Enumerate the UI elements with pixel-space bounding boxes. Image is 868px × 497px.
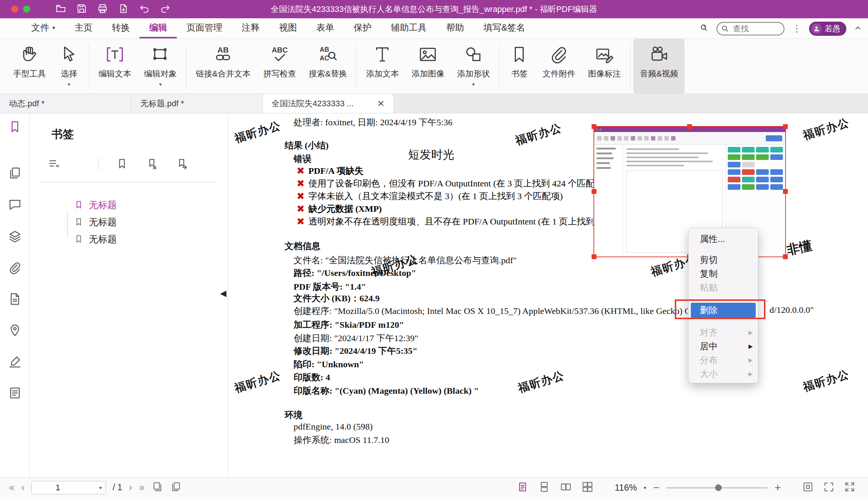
context-menu-item-center[interactable]: 居中▶ xyxy=(689,339,758,353)
locate-bookmark-icon[interactable] xyxy=(175,157,188,170)
zoom-out-icon[interactable]: − xyxy=(653,481,660,494)
zoom-window-button[interactable] xyxy=(23,6,30,13)
menu-home[interactable]: 主页 xyxy=(65,18,102,38)
facing-continuous-view-icon[interactable] xyxy=(582,481,593,494)
menu-view[interactable]: 视图 xyxy=(269,18,307,38)
undo-icon[interactable] xyxy=(139,3,150,16)
destinations-panel-icon[interactable] xyxy=(7,323,22,338)
bookmarks-panel-icon[interactable] xyxy=(7,119,22,134)
menu-form[interactable]: 表单 xyxy=(307,18,344,38)
zoom-level[interactable]: 116% xyxy=(615,482,637,493)
doc-tab-3-active[interactable]: 全国法院失4233333 ... ✕ xyxy=(263,94,394,113)
error-x-icon: ✖ xyxy=(297,203,305,214)
menu-help[interactable]: 帮助 xyxy=(436,18,474,38)
document-panel-icon[interactable] xyxy=(7,292,22,306)
chevron-down-icon[interactable]: ▾ xyxy=(99,485,102,491)
close-tab-icon[interactable]: ✕ xyxy=(377,98,385,109)
spell-check-button[interactable]: ABC 拼写检查 xyxy=(257,39,303,94)
hand-tool-button[interactable]: 手型工具 xyxy=(7,39,52,94)
edit-object-button[interactable]: 编辑对象 ▾ xyxy=(138,39,183,94)
selection-handle[interactable] xyxy=(783,254,788,259)
collapse-ribbon-icon[interactable] xyxy=(854,24,862,34)
continuous-view-icon[interactable] xyxy=(538,481,550,494)
add-image-button[interactable]: 添加图像 xyxy=(405,39,451,94)
file-attachment-button[interactable]: 文件附件 xyxy=(536,39,582,94)
bookmark-list-menu-icon[interactable] xyxy=(48,157,60,170)
collapse-panel-icon[interactable]: ◀ xyxy=(220,289,226,298)
user-account-button[interactable]: 若愚 xyxy=(809,22,846,36)
menu-edit[interactable]: 编辑 xyxy=(140,18,177,38)
facing-view-icon[interactable] xyxy=(560,481,572,494)
bookmark-item[interactable]: 无标题 xyxy=(74,215,117,229)
page-number-box[interactable]: ▾ xyxy=(31,481,106,494)
menu-fill-sign[interactable]: 填写&签名 xyxy=(474,18,535,38)
selection-handle[interactable] xyxy=(687,124,692,129)
doc-tab-2[interactable]: 无标题.pdf * xyxy=(131,94,263,113)
edit-text-button[interactable]: 编辑文本 xyxy=(92,39,138,94)
fit-page-icon[interactable] xyxy=(802,481,814,494)
pdf-page[interactable]: 福昕办公 福昕办公 福昕办公 福昕办公 福昕办公 福昕办公 福昕办公 福昕办公 … xyxy=(228,113,868,477)
last-page-icon[interactable]: » xyxy=(139,482,145,493)
chevron-down-icon[interactable]: ▾ xyxy=(644,485,646,491)
selection-handle[interactable] xyxy=(592,124,596,129)
add-text-button[interactable]: 添加文本 xyxy=(360,39,405,94)
find-search-field[interactable] xyxy=(717,22,784,35)
redo-icon[interactable] xyxy=(160,3,171,16)
close-window-button[interactable] xyxy=(11,6,18,13)
page-number-input[interactable] xyxy=(35,483,80,493)
next-view-icon[interactable] xyxy=(170,480,182,495)
menu-protect[interactable]: 保护 xyxy=(344,18,381,38)
previous-view-icon[interactable] xyxy=(151,480,163,495)
selection-handle[interactable] xyxy=(592,189,596,194)
open-file-icon[interactable] xyxy=(55,3,66,16)
delete-bookmark-icon[interactable] xyxy=(145,157,158,170)
select-tool-button[interactable]: 选择 ▾ xyxy=(52,39,86,94)
ribbon-separator xyxy=(630,44,630,88)
context-menu-item-cut[interactable]: 剪切 xyxy=(689,253,758,267)
image-annotation-button[interactable]: 图像标注 xyxy=(582,39,627,94)
audio-video-button[interactable]: 音频&视频 xyxy=(633,39,684,94)
select-cursor-icon xyxy=(59,44,79,65)
pages-panel-icon[interactable] xyxy=(7,166,22,180)
context-menu-item-copy[interactable]: 复制 xyxy=(689,267,758,280)
menu-comment[interactable]: 注释 xyxy=(232,18,269,38)
selection-handle[interactable] xyxy=(592,254,596,259)
form-fields-panel-icon[interactable] xyxy=(7,386,22,400)
menu-accessibility[interactable]: 辅助工具 xyxy=(381,18,436,38)
fullscreen-icon[interactable] xyxy=(844,481,856,494)
next-page-icon[interactable]: › xyxy=(129,482,132,493)
comments-panel-icon[interactable] xyxy=(7,197,22,212)
add-shapes-button[interactable]: 添加形状 ▾ xyxy=(451,39,496,94)
bookmark-item-label: 无标题 xyxy=(89,216,117,228)
error-x-icon: ✖ xyxy=(297,165,305,176)
menu-convert[interactable]: 转换 xyxy=(102,18,140,38)
search-replace-button[interactable]: ABAC 搜索&替换 xyxy=(303,39,354,94)
export-icon[interactable] xyxy=(118,3,129,16)
search-menu-icon[interactable] xyxy=(699,23,709,34)
signature-panel-icon[interactable] xyxy=(7,354,22,369)
selection-handle[interactable] xyxy=(783,124,788,129)
context-menu-item-properties[interactable]: 属性... xyxy=(689,232,758,246)
menu-file[interactable]: 文件▾ xyxy=(22,18,65,38)
layers-panel-icon[interactable] xyxy=(7,229,22,244)
print-icon[interactable] xyxy=(97,3,108,16)
doc-tab-1[interactable]: 动态.pdf * xyxy=(0,94,131,113)
save-icon[interactable] xyxy=(76,3,87,16)
doc-env-line: 操作系统: macOS 11.7.10 xyxy=(294,434,389,446)
single-page-view-icon[interactable] xyxy=(517,481,529,494)
fit-width-icon[interactable] xyxy=(823,481,835,494)
zoom-in-icon[interactable]: + xyxy=(774,481,781,494)
zoom-slider-thumb[interactable] xyxy=(715,484,722,491)
previous-page-icon[interactable]: ‹ xyxy=(21,482,25,493)
link-join-text-button[interactable]: AB 链接&合并文本 xyxy=(189,39,257,94)
zoom-slider[interactable] xyxy=(666,484,768,491)
first-page-icon[interactable]: « xyxy=(9,482,15,493)
bookmark-item[interactable]: 无标题 xyxy=(74,232,117,246)
menu-page-management[interactable]: 页面管理 xyxy=(177,18,232,38)
add-bookmark-icon[interactable] xyxy=(116,157,128,170)
bookmark-button[interactable]: 书签 xyxy=(502,39,536,94)
selection-handle[interactable] xyxy=(783,189,788,194)
more-options-icon[interactable]: ⋮ xyxy=(792,23,802,34)
bookmark-item[interactable]: 无标题 xyxy=(74,198,117,212)
attachments-panel-icon[interactable] xyxy=(7,260,22,275)
